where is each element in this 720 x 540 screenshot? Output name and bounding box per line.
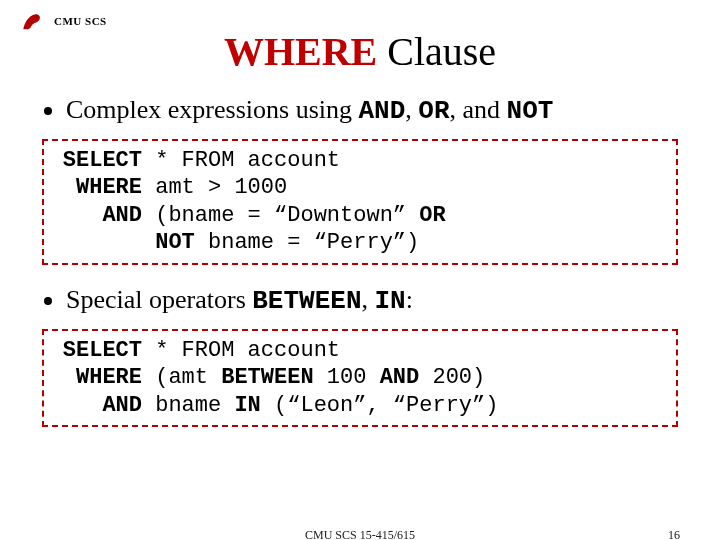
code2-l3k: AND	[54, 392, 142, 420]
bullet-2-text: Special operators	[66, 285, 252, 314]
code2-l3r-in: IN	[234, 393, 260, 418]
code1-l3r-or: OR	[419, 203, 445, 228]
code1-l2r: amt > 1000	[142, 175, 287, 200]
header-org-text: CMU SCS	[54, 15, 107, 27]
code1-l3k: AND	[54, 202, 142, 230]
slide-body: Complex expressions using AND, OR, and N…	[0, 93, 720, 427]
kw-not: NOT	[507, 96, 554, 126]
code-block-2: SELECT * FROM accountWHERE (amt BETWEEN …	[42, 329, 678, 428]
code1-line4: NOT bname = “Perry”)	[54, 229, 666, 257]
bullet-2: Special operators BETWEEN, IN:	[66, 283, 678, 319]
code1-line3: AND (bname = “Downtown” OR	[54, 202, 666, 230]
code2-l2k: WHERE	[54, 364, 142, 392]
slide-header: CMU SCS	[20, 8, 107, 34]
kw-or: OR	[418, 96, 449, 126]
code1-line1: SELECT * FROM account	[54, 147, 666, 175]
code2-l2r-between: BETWEEN	[221, 365, 313, 390]
code2-l3r-a: bname	[142, 393, 234, 418]
footer-course: CMU SCS 15-415/615	[305, 528, 415, 540]
code1-line2: WHERE amt > 1000	[54, 174, 666, 202]
footer-page-number: 16	[668, 528, 680, 540]
bullet-list-2: Special operators BETWEEN, IN:	[42, 283, 678, 319]
code1-l4r-a	[142, 230, 155, 255]
bullet-2-colon: :	[406, 285, 413, 314]
code2-l2r-b: 100	[314, 365, 380, 390]
code1-l4r-not: NOT	[155, 230, 195, 255]
code-block-1: SELECT * FROM accountWHERE amt > 1000AND…	[42, 139, 678, 265]
code1-l1r: * FROM account	[142, 148, 340, 173]
code1-l4r-b: bname = “Perry”)	[195, 230, 419, 255]
code2-l1k: SELECT	[54, 337, 142, 365]
code1-l1k: SELECT	[54, 147, 142, 175]
bullet-1: Complex expressions using AND, OR, and N…	[66, 93, 678, 129]
code1-l2k: WHERE	[54, 174, 142, 202]
code2-line3: AND bname IN (“Leon”, “Perry”)	[54, 392, 666, 420]
title-where: WHERE	[224, 29, 377, 74]
slide-title: WHERE Clause	[0, 28, 720, 75]
kw-and: AND	[359, 96, 406, 126]
kw-in: IN	[374, 286, 405, 316]
bullet-list-1: Complex expressions using AND, OR, and N…	[42, 93, 678, 129]
bullet-1-text: Complex expressions using	[66, 95, 359, 124]
code2-l1r: * FROM account	[142, 338, 340, 363]
code2-line1: SELECT * FROM account	[54, 337, 666, 365]
kw-between: BETWEEN	[252, 286, 361, 316]
bullet-1-sep1: ,	[405, 95, 418, 124]
cmu-dragon-icon	[20, 8, 46, 34]
code2-l2r-and: AND	[380, 365, 420, 390]
bullet-2-sep: ,	[361, 285, 374, 314]
code2-l2r-a: (amt	[142, 365, 221, 390]
bullet-1-sep2: , and	[450, 95, 507, 124]
code2-line2: WHERE (amt BETWEEN 100 AND 200)	[54, 364, 666, 392]
code1-l3r-a: (bname = “Downtown”	[142, 203, 419, 228]
code2-l2r-c: 200)	[419, 365, 485, 390]
code2-l3r-b: (“Leon”, “Perry”)	[261, 393, 499, 418]
title-clause: Clause	[377, 29, 496, 74]
